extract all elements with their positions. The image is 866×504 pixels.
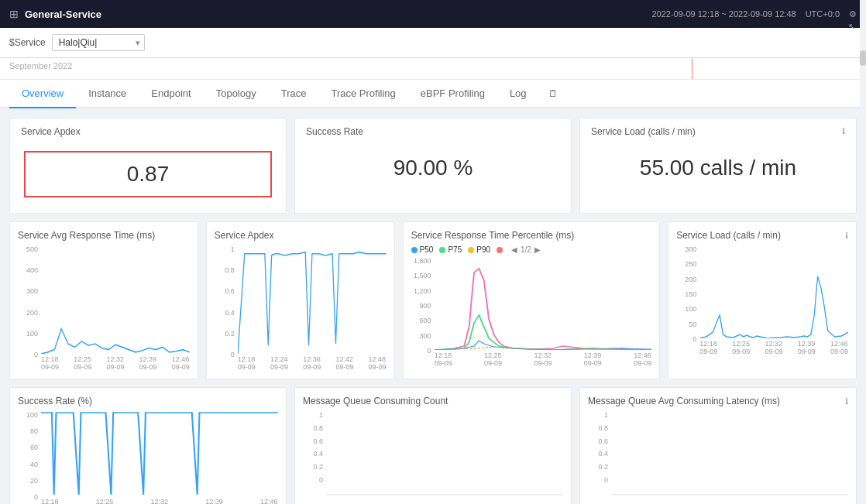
grid-icon: ⊞ [9,8,19,20]
avg-response-time-container: 5004003002001000 12:1809-0912:2509-0912:… [18,245,190,371]
tab-overview[interactable]: Overview [9,80,76,108]
queue-latency-chart [611,411,848,496]
panel-success-rate-chart: Success Rate (%) 100806040200 12:1809-09… [9,387,287,504]
card-service-apdex-title: Service Apdex [21,126,275,137]
service-load-chart-container: 300250200150100500 12:1809-0912:2509-091… [676,245,848,355]
queue-count-chart-container: 10.80.60.40.20 [303,411,563,496]
avg-response-time-chart: 12:1809-0912:2509-0912:3209-0912:3909-09… [41,245,190,371]
queue-count-svg [326,411,563,496]
service-load-svg [699,245,848,338]
avg-response-time-x-axis: 12:1809-0912:2509-0912:3209-0912:3909-09… [41,354,190,371]
panel-success-rate-chart-title: Success Rate (%) [18,396,278,406]
apdex-x-axis: 12:1809-0912:2409-0912:3609-0912:4209-09… [238,354,387,371]
service-load-y-axis: 300250200150100500 [676,245,699,355]
card-service-load-value: 55.00 calls / min [591,143,845,193]
tab-endpoint[interactable]: Endpoint [139,80,203,108]
timeline-bar: September 2022 [0,58,866,80]
queue-count-y-axis: 10.80.60.40.20 [303,411,326,496]
avg-response-time-y-axis: 5004003002001000 [18,245,41,371]
apdex-chart-container: 10.80.60.40.20 12:1809-0912:2409-0912:36… [215,245,387,371]
panel-avg-response-time-title: Service Avg Response Time (ms) [18,230,190,241]
service-select-wrapper[interactable]: Halo|Qiu| [52,34,145,51]
queue-latency-chart-container: 10.80.60.40.20 [588,411,848,496]
panel-response-percentile-title: Service Response Time Percentile (ms) [411,230,652,241]
service-load-x-axis: 12:1809-0912:2509-0912:3209-0912:3909-09… [699,338,848,355]
percentile-x-axis: 12:1809-0912:2509-0912:3209-0912:3909-09… [435,350,652,367]
header: ⊞ General-Service 2022-09-09 12:18 ~ 202… [0,0,866,28]
service-bar: $Service Halo|Qiu| [0,28,866,58]
panel-avg-response-time: Service Avg Response Time (ms) 500400300… [9,221,198,379]
tab-trace[interactable]: Trace [269,80,319,108]
cursor-position: ↖ [848,22,855,32]
timeline-label: September 2022 [9,61,72,70]
service-label: $Service [9,37,46,48]
queue-count-chart [326,411,563,496]
panel-queue-count: Message Queue Consuming Count 10.80.60.4… [294,387,572,504]
metric-cards-row: Service Apdex 0.87 Success Rate 90.00 % … [9,118,857,214]
tab-instance[interactable]: Instance [76,80,139,108]
legend-p4 [497,247,505,253]
card-service-apdex: Service Apdex 0.87 [9,118,287,214]
success-rate-y-axis: 100806040200 [18,411,41,504]
legend-p90: P90 [468,245,490,254]
charts-row-1: Service Avg Response Time (ms) 500400300… [9,221,857,379]
apdex-y-axis: 10.80.60.40.20 [215,245,238,371]
timeline-marker [692,58,692,79]
panel-service-load-chart-title: Service Load (calls / min) ℹ [676,230,848,241]
card-service-load-title: Service Load (calls / min) ℹ [591,126,845,137]
success-rate-x-axis: 12:1809-0912:2509-0912:3209-0912:3909-09… [41,496,278,504]
card-service-apdex-value: 0.87 [24,151,272,197]
charts-row-2: Success Rate (%) 100806040200 12:1809-09… [9,387,857,504]
scrollbar[interactable] [860,0,866,504]
success-rate-chart: 12:1809-0912:2509-0912:3209-0912:3909-09… [41,411,278,504]
service-load-chart-info-icon[interactable]: ℹ [845,231,848,241]
legend-p4-dot [497,247,503,253]
card-success-rate-title: Success Rate [306,126,560,137]
legend-p90-dot [468,247,474,253]
percentile-chart: 12:1809-0912:2509-0912:3209-0912:3909-09… [435,257,652,367]
app-title: General-Service [25,9,101,20]
card-service-load: Service Load (calls / min) ℹ 55.00 calls… [579,118,857,214]
panel-apdex-chart-title: Service Apdex [215,230,387,241]
scrollbar-thumb[interactable] [860,50,866,66]
service-select[interactable]: Halo|Qiu| [52,34,145,51]
percentile-legend: P50 P75 P90 ◀ 1/2 ▶ [411,245,652,254]
datetime-range: 2022-09-09 12:18 ~ 2022-09-09 12:48 [651,9,796,19]
main-content: Service Apdex 0.87 Success Rate 90.00 % … [0,108,866,504]
queue-latency-y-axis: 10.80.60.40.20 [588,411,611,496]
percentile-page: 1/2 [521,245,531,254]
legend-p75-dot [439,247,445,253]
panel-service-load-chart: Service Load (calls / min) ℹ ↖ 300250200… [668,221,857,379]
panel-queue-latency: Message Queue Avg Consuming Latency (ms)… [579,387,857,504]
apdex-chart: 12:1809-0912:2409-0912:3609-0912:4209-09… [238,245,387,371]
avg-response-time-svg [41,245,190,354]
tab-ebpf-profiling[interactable]: eBPF Profiling [408,80,497,108]
legend-p75: P75 [439,245,462,254]
card-success-rate-value: 90.00 % [306,143,560,193]
header-right: 2022-09-09 12:18 ~ 2022-09-09 12:48 UTC+… [651,9,857,19]
tabs-bar: Overview Instance Endpoint Topology Trac… [0,80,866,108]
timezone: UTC+0:0 [806,9,840,19]
success-rate-svg [41,411,278,496]
percentile-next-icon[interactable]: ▶ [534,245,541,254]
legend-p50-dot [411,247,418,253]
tab-topology[interactable]: Topology [204,80,269,108]
percentile-y-axis: 1,8001,5001,2009006003000 [411,257,435,367]
service-load-info-icon[interactable]: ℹ [842,126,845,136]
panel-queue-latency-title: Message Queue Avg Consuming Latency (ms)… [588,396,848,406]
header-left: ⊞ General-Service [9,8,101,20]
settings-icon[interactable]: ⚙ [849,9,857,19]
legend-p50: P50 [411,245,434,254]
success-rate-chart-container: 100806040200 12:1809-0912:2509-0912:3209… [18,411,278,504]
tab-trace-profiling[interactable]: Trace Profiling [318,80,407,108]
service-load-chart: 12:1809-0912:2509-0912:3209-0912:3909-09… [699,245,848,355]
panel-queue-count-title: Message Queue Consuming Count [303,396,563,406]
tab-log[interactable]: Log [497,80,539,108]
queue-latency-info-icon[interactable]: ℹ [845,396,848,406]
card-success-rate: Success Rate 90.00 % [294,118,572,214]
percentile-prev-icon[interactable]: ◀ [511,245,517,254]
apdex-svg [238,245,387,354]
percentile-legend-nav: ◀ 1/2 ▶ [511,245,541,254]
copy-icon[interactable]: 🗒 [539,81,567,107]
queue-latency-svg [611,411,848,496]
